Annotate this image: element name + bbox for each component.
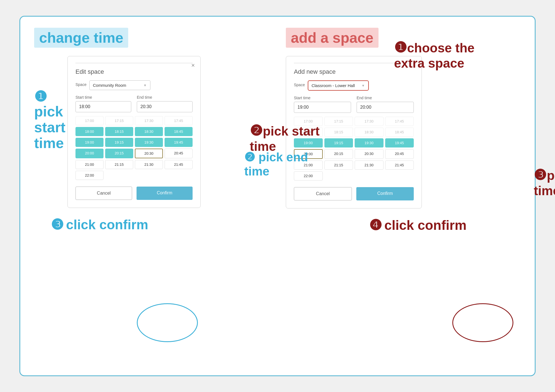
left-close-button[interactable]: ×: [191, 62, 195, 69]
left-panel: change time ❶ pickstarttime Edit space ×…: [34, 28, 269, 364]
left-space-chevron: ▼: [143, 83, 147, 87]
right-start-input[interactable]: 19:00: [294, 102, 351, 113]
right-end-col: End time 20:00: [357, 96, 414, 113]
left-end-input[interactable]: 20:30: [137, 101, 193, 112]
right-time-btn-2015[interactable]: 20:15: [324, 149, 353, 159]
left-time-btn-1830[interactable]: 18:30: [135, 127, 163, 136]
left-time-btn-1715[interactable]: 17:15: [105, 116, 133, 125]
right-time-btn-1730[interactable]: 17:30: [355, 117, 384, 126]
right-space-chevron: ▼: [362, 84, 365, 88]
left-dialog-title: Edit space: [75, 68, 193, 75]
change-time-title: change time: [34, 28, 269, 56]
left-time-btn-1845[interactable]: 18:45: [165, 127, 193, 136]
left-time-btn-2115[interactable]: 21:15: [105, 160, 133, 169]
right-time-btn-2030[interactable]: 20:30: [355, 149, 384, 159]
left-time-btn-2130[interactable]: 21:30: [135, 160, 163, 169]
right-time-btn-2145[interactable]: 21:45: [385, 161, 414, 170]
left-start-label: Start time: [75, 95, 131, 100]
right-time-btn-1815[interactable]: 18:15: [324, 128, 353, 137]
right-time-btn-1845[interactable]: 18:45: [385, 128, 414, 137]
left-start-input[interactable]: 18:00: [75, 101, 131, 112]
right-start-col: Start time 19:00: [294, 96, 351, 113]
right-end-label: End time: [357, 96, 414, 100]
left-space-row: Space Community Room ▼: [75, 80, 193, 90]
right-panel: add a space Add new space Space Classroo…: [286, 28, 521, 364]
left-footer: Cancel Confirm: [75, 187, 193, 200]
right-time-row: Start time 19:00 End time 20:00: [294, 96, 414, 113]
left-time-btn-1900[interactable]: 19:00: [75, 138, 104, 147]
right-confirm-button[interactable]: Confirm: [356, 187, 414, 200]
right-time-btn-1745[interactable]: 17:45: [385, 117, 414, 126]
right-time-btn-1945[interactable]: 19:45: [385, 138, 414, 147]
left-space-value: Community Room: [93, 83, 126, 88]
left-time-row: Start time 18:00 End time 20:30: [75, 95, 193, 112]
left-ann2: ❷ pick endtime: [244, 150, 308, 178]
right-time-btn-2045[interactable]: 20:45: [385, 149, 414, 159]
right-time-btn-1830[interactable]: 18:30: [355, 128, 384, 137]
add-space-title: add a space: [286, 28, 379, 48]
left-start-col: Start time 18:00: [75, 95, 131, 112]
left-ann3: ❸ click confirm: [51, 216, 269, 233]
left-time-btn-2000[interactable]: 20:00: [75, 149, 104, 158]
right-confirm-circle: [452, 303, 513, 342]
right-cancel-button[interactable]: Cancel: [294, 187, 352, 200]
left-time-btn-2145[interactable]: 21:45: [165, 160, 193, 169]
left-time-btn-1915[interactable]: 19:15: [105, 138, 133, 147]
right-ann1: ❶choose theextra space: [394, 39, 475, 71]
right-time-btn-1930[interactable]: 19:30: [355, 138, 384, 147]
right-time-btn-2115[interactable]: 21:15: [324, 161, 353, 170]
left-time-btn-1930[interactable]: 19:30: [135, 138, 163, 147]
right-start-label: Start time: [294, 96, 351, 100]
right-end-input[interactable]: 20:00: [357, 102, 414, 113]
left-time-btn-2045[interactable]: 20:45: [165, 149, 193, 158]
left-time-grid: 17:0017:1517:3017:4518:0018:1518:3018:45…: [75, 116, 193, 180]
left-time-btn-1945[interactable]: 19:45: [165, 138, 193, 147]
left-cancel-button[interactable]: Cancel: [75, 187, 132, 200]
right-space-label: Space: [294, 83, 305, 87]
right-footer: Cancel Confirm: [294, 187, 414, 200]
right-space-select[interactable]: Classroom - Lower Hall ▼: [308, 80, 369, 91]
left-end-col: End time 20:30: [137, 95, 193, 112]
left-time-btn-1815[interactable]: 18:15: [105, 127, 133, 136]
left-time-btn-2015[interactable]: 20:15: [105, 149, 133, 158]
right-space-value: Classroom - Lower Hall: [312, 83, 355, 88]
right-ann3: ❸pick endtime: [534, 167, 555, 198]
left-time-btn-1700[interactable]: 17:00: [75, 116, 104, 125]
left-space-select[interactable]: Community Room ▼: [89, 80, 150, 90]
left-dialog: Edit space × Space Community Room ▼ Star…: [67, 56, 201, 208]
left-time-btn-1745[interactable]: 17:45: [165, 116, 193, 125]
right-space-row: Space Classroom - Lower Hall ▼: [294, 80, 414, 91]
left-time-btn-1800[interactable]: 18:00: [75, 127, 104, 136]
right-ann2: ❷pick starttime: [250, 123, 320, 154]
left-confirm-button[interactable]: Confirm: [137, 187, 193, 200]
right-time-btn-1915[interactable]: 19:15: [324, 138, 353, 147]
left-time-btn-2200[interactable]: 22:00: [75, 171, 104, 180]
left-space-label: Space: [75, 82, 87, 87]
left-time-btn-2030[interactable]: 20:30: [135, 149, 163, 158]
right-ann4: ❹ click confirm: [369, 217, 521, 233]
right-time-btn-1715[interactable]: 17:15: [324, 117, 353, 126]
outer-container: change time ❶ pickstarttime Edit space ×…: [19, 16, 536, 376]
left-confirm-circle: [137, 303, 198, 342]
left-time-btn-1730[interactable]: 17:30: [135, 116, 163, 125]
left-end-label: End time: [137, 95, 193, 100]
right-time-btn-2130[interactable]: 21:30: [355, 161, 384, 170]
left-time-btn-2100[interactable]: 21:00: [75, 160, 104, 169]
left-ann1: ❶ pickstarttime: [34, 89, 62, 241]
